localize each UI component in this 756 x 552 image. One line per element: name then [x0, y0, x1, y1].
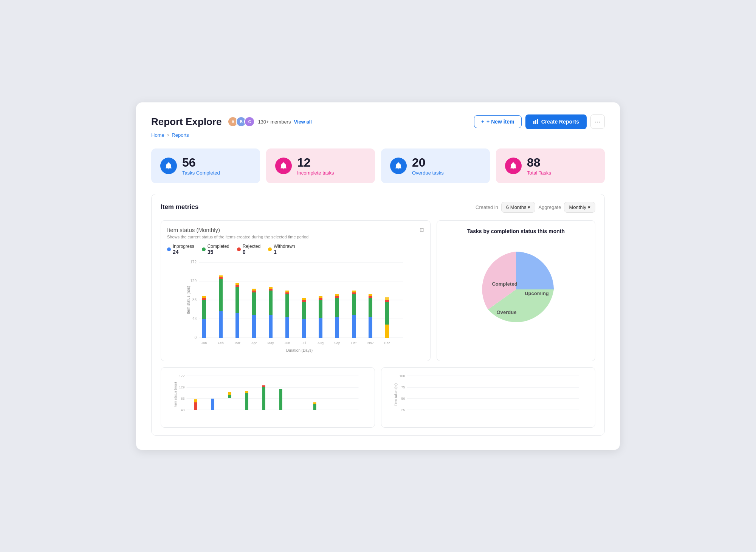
aggregate-value: Monthly	[569, 204, 586, 210]
svg-rect-23	[235, 285, 239, 287]
svg-rect-35	[285, 292, 289, 294]
stat-card-content: 12 Incomplete tasks	[297, 156, 334, 176]
stat-card-total: 88 Total Tasks	[496, 148, 605, 183]
svg-text:86: 86	[181, 397, 184, 400]
svg-text:0: 0	[194, 336, 197, 340]
stat-card-incomplete: 12 Incomplete tasks	[266, 148, 375, 183]
legend-rejected: Rejected 0	[237, 244, 260, 255]
svg-rect-21	[235, 313, 239, 338]
pie-label-completed: Completed	[492, 281, 517, 287]
new-item-button[interactable]: + + New item	[474, 115, 522, 128]
svg-rect-52	[352, 291, 356, 292]
svg-rect-53	[369, 317, 372, 338]
bell-icon-blue-2	[390, 158, 407, 174]
svg-rect-32	[269, 287, 273, 289]
breadcrumb-home[interactable]: Home	[151, 132, 164, 138]
more-icon: ···	[595, 118, 600, 126]
chart-header: Item status (Monthly) Shows the current …	[167, 227, 308, 244]
stat-number-total: 88	[527, 156, 551, 169]
breadcrumb-separator: >	[167, 132, 170, 138]
svg-rect-54	[369, 298, 372, 317]
stat-label-incomplete: Incomplete tasks	[297, 170, 334, 176]
svg-rect-91	[262, 385, 265, 387]
svg-rect-30	[269, 291, 273, 315]
stat-card-overdue: 20 Overdue tasks	[381, 148, 490, 183]
legend-label-rejected: Rejected	[243, 244, 260, 249]
legend-count-rejected: 0	[243, 249, 260, 255]
view-all-link[interactable]: View all	[294, 119, 311, 125]
bar-chart-svg: 172 129 86 43 0	[167, 257, 424, 355]
legend-completed: Completed 35	[202, 244, 229, 255]
svg-text:Oct: Oct	[351, 341, 357, 345]
svg-text:Jun: Jun	[285, 341, 290, 345]
svg-rect-88	[245, 393, 248, 410]
svg-rect-34	[285, 294, 289, 317]
svg-text:Sep: Sep	[334, 341, 340, 345]
svg-text:50: 50	[401, 397, 405, 400]
expand-icon[interactable]: ⊡	[420, 227, 424, 233]
legend-dot-completed	[202, 247, 206, 251]
svg-rect-56	[369, 294, 372, 296]
chevron-down-icon-2: ▾	[588, 204, 590, 210]
create-reports-button[interactable]: Create Reports	[525, 114, 587, 129]
app-title: Report Explore	[151, 116, 222, 128]
mini-bar-chart-svg: 172 129 86 43	[166, 372, 370, 425]
created-in-label: Created in	[476, 204, 498, 210]
svg-rect-13	[202, 319, 206, 338]
svg-text:Nov: Nov	[367, 341, 374, 345]
legend-count-completed: 35	[208, 249, 229, 255]
svg-text:129: 129	[179, 385, 184, 389]
svg-rect-90	[262, 387, 265, 410]
svg-rect-84	[194, 399, 197, 402]
svg-text:Dec: Dec	[384, 341, 390, 345]
bell-icon-pink	[275, 158, 292, 174]
svg-rect-24	[235, 283, 239, 285]
svg-rect-15	[202, 298, 206, 300]
svg-text:86: 86	[192, 298, 197, 302]
created-in-dropdown[interactable]: 6 Months ▾	[501, 202, 535, 213]
chart-title: Item status (Monthly)	[167, 227, 308, 233]
legend-count-inprogress: 24	[173, 249, 194, 255]
legend-dot-withdrawn	[268, 247, 272, 251]
stat-card-tasks-completed: 56 Tasks Completed	[151, 148, 260, 183]
pie-label-overdue: Overdue	[497, 309, 517, 315]
header: Report Explore A B C 130+ members View a…	[151, 114, 605, 129]
svg-rect-49	[352, 315, 356, 338]
svg-rect-86	[228, 395, 231, 398]
svg-rect-28	[252, 289, 256, 291]
stat-number-completed: 56	[182, 156, 220, 169]
svg-rect-45	[335, 317, 339, 338]
svg-text:Mar: Mar	[234, 341, 240, 345]
svg-text:Duration (Days): Duration (Days)	[286, 348, 313, 353]
svg-rect-93	[313, 404, 316, 410]
mini-chart-left: 172 129 86 43	[161, 367, 375, 428]
svg-text:75: 75	[401, 385, 405, 389]
pie-slice-completed	[516, 252, 554, 289]
svg-rect-50	[352, 294, 356, 315]
chart-subtitle: Shows the current status of the items cr…	[167, 235, 308, 239]
breadcrumb-current: Reports	[172, 132, 189, 138]
create-reports-label: Create Reports	[541, 119, 579, 125]
pie-chart-title: Tasks by completion status this month	[467, 228, 565, 234]
legend-label-withdrawn: Withdrawn	[274, 244, 295, 249]
svg-text:May: May	[267, 341, 274, 345]
svg-rect-89	[245, 391, 248, 393]
bell-icon-pink-2	[505, 158, 522, 174]
more-options-button[interactable]: ···	[590, 114, 605, 129]
new-item-label: + New item	[486, 119, 514, 125]
metrics-section: Item metrics Created in 6 Months ▾ Aggre…	[151, 194, 605, 436]
svg-rect-14	[202, 300, 206, 319]
svg-text:Time taken (hr): Time taken (hr)	[394, 383, 398, 406]
svg-rect-27	[252, 291, 256, 292]
bottom-charts-row: 172 129 86 43	[161, 367, 595, 428]
svg-rect-33	[285, 317, 289, 338]
legend-count-withdrawn: 1	[274, 249, 295, 255]
metrics-header: Item metrics Created in 6 Months ▾ Aggre…	[161, 202, 595, 213]
svg-text:Item status (nos): Item status (nos)	[186, 286, 191, 314]
bar-chart-box: Item status (Monthly) Shows the current …	[161, 220, 431, 361]
svg-rect-16	[202, 296, 206, 298]
svg-rect-20	[219, 275, 223, 277]
svg-rect-2	[537, 119, 538, 124]
svg-text:100: 100	[399, 374, 405, 378]
aggregate-dropdown[interactable]: Monthly ▾	[564, 202, 595, 213]
